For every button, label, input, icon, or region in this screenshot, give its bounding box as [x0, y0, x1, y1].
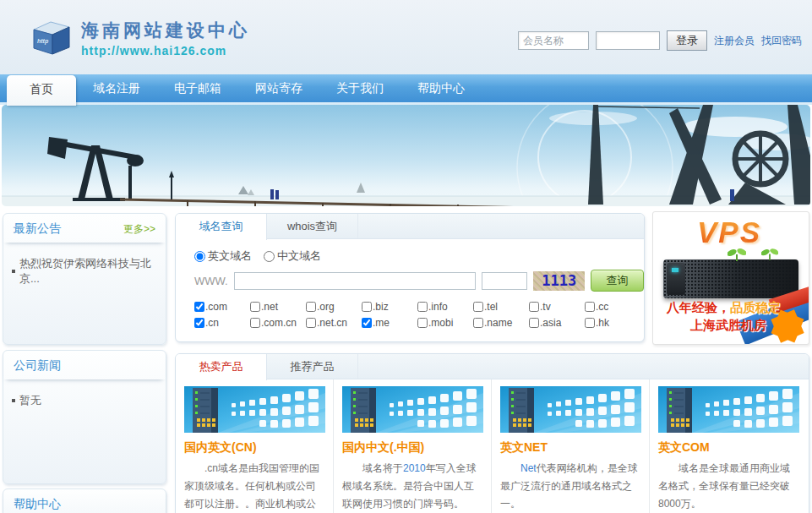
query-button[interactable]: 查询 — [591, 270, 644, 292]
username-field[interactable] — [518, 31, 589, 50]
news-list-item[interactable]: 暂无 — [12, 393, 157, 408]
promo-badge-icon — [771, 309, 804, 343]
nav-item-help[interactable]: 帮助中心 — [401, 74, 482, 102]
site-logo[interactable]: http 海南网站建设中心 http://www.hai126.com — [29, 19, 250, 57]
product-card-chinese[interactable]: 国内中文(.中国) 域名将于2010年写入全球根域名系统。是符合中国人互联网使用… — [334, 379, 492, 513]
forgot-password-link[interactable]: 找回密码 — [761, 34, 802, 48]
server-thumbnail — [500, 386, 641, 433]
notice-list-item[interactable]: 热烈祝贺伊索网络科技与北京... — [12, 256, 157, 287]
domain-option-com-cn[interactable]: .com.cn — [250, 317, 306, 329]
help-box: 帮助中心 — [3, 488, 166, 513]
product-card-com[interactable]: 英文COM 域名是全球最通用商业域名格式，全球保有量已经突破8000万。 — [650, 379, 808, 513]
page-header: http 海南网站建设中心 http://www.hai126.com 登录 注… — [0, 0, 812, 74]
domain-option-cn[interactable]: .cn — [194, 317, 250, 329]
vps-slogan-line1: 八年经验，品质稳定 — [667, 300, 781, 316]
domain-option-tel[interactable]: .tel — [473, 301, 529, 313]
domain-option-me[interactable]: .me — [362, 317, 417, 329]
tab-domain-query[interactable]: 域名查询 — [176, 214, 267, 240]
domain-option-name[interactable]: .name — [473, 317, 529, 329]
notice-title: 最新公告 — [14, 221, 61, 237]
tab-recommended-products[interactable]: 推荐产品 — [267, 354, 358, 379]
svg-text:http: http — [37, 38, 49, 45]
domain-option-asia[interactable]: .asia — [529, 317, 585, 329]
sprout-icon — [728, 248, 746, 261]
domain-option-com[interactable]: .com — [194, 301, 250, 313]
english-domain-radio[interactable] — [194, 251, 205, 262]
domain-option-cc[interactable]: .cc — [585, 301, 640, 313]
help-title: 帮助中心 — [14, 497, 61, 512]
radio-english-domain[interactable]: 英文域名 — [194, 248, 252, 264]
products-panel: 热卖产品 推荐产品 国内英文(CN) .cn域名是由我国管理的国家顶级域名。任何… — [175, 353, 809, 513]
tab-whois-query[interactable]: whois查询 — [267, 214, 358, 238]
domain-option-org[interactable]: .org — [306, 301, 362, 313]
domain-option-mobi[interactable]: .mobi — [417, 317, 473, 329]
domain-option-info[interactable]: .info — [417, 301, 473, 313]
oilfield-illustration — [2, 105, 810, 206]
nav-item-about[interactable]: 关于我们 — [319, 74, 401, 102]
notice-box: 最新公告 更多>> 热烈祝贺伊索网络科技与北京... — [3, 213, 166, 345]
password-field[interactable] — [596, 31, 660, 50]
server-thumbnail — [184, 386, 325, 433]
radio-chinese-domain[interactable]: 中文域名 — [264, 248, 321, 264]
news-title: 公司新闻 — [14, 358, 61, 374]
domain-option-biz[interactable]: .biz — [362, 301, 417, 313]
news-box: 公司新闻 暂无 — [3, 350, 166, 484]
sprout-icon — [761, 248, 778, 260]
product-card-net[interactable]: 英文NET Net代表网络机构，是全球最广泛流行的通用域名格式之一。 — [492, 379, 650, 513]
vps-slogan-line2: 上海武胜机房 — [690, 318, 766, 334]
domain-option-hk[interactable]: .hk — [585, 317, 640, 329]
chinese-domain-radio[interactable] — [264, 251, 275, 262]
nav-item-domain-register[interactable]: 域名注册 — [76, 74, 157, 102]
domain-option-net-cn[interactable]: .net.cn — [306, 317, 362, 329]
nav-item-email[interactable]: 电子邮箱 — [157, 74, 238, 102]
server-thumbnail — [658, 386, 799, 433]
site-url: http://www.hai126.com — [81, 44, 250, 57]
server-image — [663, 259, 798, 298]
domain-name-input[interactable] — [234, 272, 477, 290]
captcha-image: 1113 — [533, 271, 585, 291]
logo-cube-icon: http — [29, 19, 73, 57]
domain-query-panel: 域名查询 whois查询 英文域名 中文域名 WWW. 1113 查询 .com… — [175, 213, 645, 342]
server-thumbnail — [342, 386, 483, 433]
register-link[interactable]: 注册会员 — [714, 34, 755, 48]
bullet-icon — [12, 270, 15, 273]
domain-option-net[interactable]: .net — [250, 301, 306, 313]
vps-logo-text: VPS — [697, 216, 761, 249]
login-bar: 登录 注册会员 找回密码 — [518, 30, 802, 51]
captcha-input[interactable] — [482, 272, 527, 290]
bullet-icon — [12, 399, 15, 402]
login-button[interactable]: 登录 — [667, 30, 707, 51]
www-prefix-label: WWW. — [194, 275, 228, 287]
product-card-cn[interactable]: 国内英文(CN) .cn域名是由我国管理的国家顶级域名。任何机构或公司都可以注册… — [176, 379, 334, 513]
tab-hot-products[interactable]: 热卖产品 — [176, 354, 267, 380]
site-title: 海南网站建设中心 — [81, 19, 250, 42]
notice-more-link[interactable]: 更多>> — [123, 222, 155, 237]
vps-ad-banner[interactable]: VPS 八年经验，品质稳定 上海武胜机房 — [652, 211, 809, 345]
domain-extension-grid: .com .net .org .biz .info .tel .tv .cc .… — [194, 301, 644, 329]
main-nav: 首页 域名注册 电子邮箱 网站寄存 关于我们 帮助中心 — [0, 74, 812, 102]
nav-item-hosting[interactable]: 网站寄存 — [238, 74, 319, 102]
hero-banner — [2, 105, 810, 206]
nav-item-home[interactable]: 首页 — [7, 75, 76, 106]
domain-option-tv[interactable]: .tv — [529, 301, 585, 313]
